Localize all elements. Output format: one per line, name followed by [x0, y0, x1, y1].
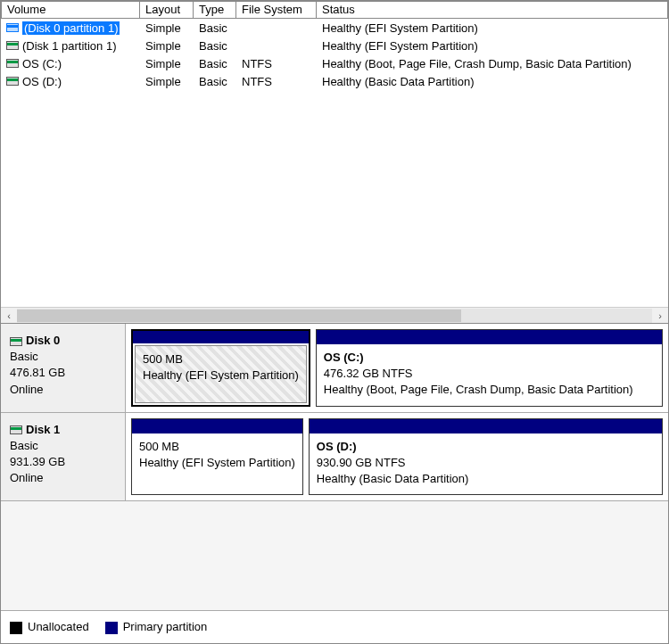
volume-status: Healthy (EFI System Partition) [317, 38, 668, 54]
volume-type: Basic [194, 74, 236, 89]
disk-state: Online [10, 382, 118, 398]
partition-stripe [132, 419, 302, 433]
disk-block: Disk 1 Basic 931.39 GB Online 500 MB Hea… [1, 413, 668, 502]
swatch-primary-icon [105, 622, 118, 634]
disk-size: 931.39 GB [10, 454, 118, 470]
swatch-unallocated-icon [10, 622, 22, 634]
scroll-left-icon[interactable]: ‹ [1, 308, 17, 324]
volume-rows: (Disk 0 partition 1) Simple Basic Health… [1, 19, 668, 307]
scroll-track[interactable] [17, 309, 652, 323]
volume-status: Healthy (Boot, Page File, Crash Dump, Ba… [317, 56, 668, 71]
disk-info[interactable]: Disk 0 Basic 476.81 GB Online [1, 324, 126, 412]
volume-layout: Simple [140, 74, 194, 89]
volume-fs [236, 27, 317, 29]
partition[interactable]: 500 MB Healthy (EFI System Partition) [131, 418, 303, 496]
volume-list-header: Volume Layout Type File System Status [1, 1, 668, 19]
volume-type: Basic [194, 38, 236, 54]
partition-size: 930.90 GB NTFS [317, 455, 655, 471]
disk-icon [6, 23, 19, 32]
partition-title: OS (C:) [324, 350, 655, 366]
partition-title: OS (D:) [317, 439, 655, 455]
scroll-thumb[interactable] [17, 310, 461, 322]
volume-name: OS (D:) [22, 75, 62, 88]
volume-row[interactable]: OS (C:) Simple Basic NTFS Healthy (Boot,… [1, 54, 668, 72]
partition-status: Healthy (Boot, Page File, Crash Dump, Ba… [324, 382, 655, 398]
volume-layout: Simple [140, 56, 194, 71]
disk-state: Online [10, 470, 118, 486]
partition-status: Healthy (EFI System Partition) [143, 367, 299, 384]
horizontal-scrollbar[interactable]: ‹ › [1, 307, 668, 323]
volume-row[interactable]: (Disk 1 partition 1) Simple Basic Health… [1, 37, 668, 54]
disk-map-spacer [1, 501, 668, 610]
volume-fs [236, 45, 317, 46]
disk-info[interactable]: Disk 1 Basic 931.39 GB Online [1, 413, 126, 501]
disk-icon [10, 337, 22, 346]
legend-primary: Primary partition [105, 620, 208, 634]
partition-status: Healthy (Basic Data Partition) [317, 471, 655, 487]
volume-row[interactable]: OS (D:) Simple Basic NTFS Healthy (Basic… [1, 72, 668, 90]
legend-unallocated: Unallocated [10, 620, 89, 634]
disk-name: Disk 0 [26, 334, 60, 347]
legend-unallocated-label: Unallocated [28, 620, 89, 633]
partition-size: 476.32 GB NTFS [324, 366, 655, 382]
legend: Unallocated Primary partition [1, 610, 668, 643]
disk-map: Disk 0 Basic 476.81 GB Online 500 MB Hea… [1, 324, 668, 643]
volume-type: Basic [194, 56, 236, 71]
disk-partitions: 500 MB Healthy (EFI System Partition) OS… [126, 324, 668, 412]
partition-status: Healthy (EFI System Partition) [139, 455, 295, 471]
volume-name: OS (C:) [22, 57, 62, 70]
volume-name: (Disk 0 partition 1) [22, 21, 120, 35]
scroll-right-icon[interactable]: › [652, 308, 668, 324]
legend-primary-label: Primary partition [123, 620, 208, 633]
column-header-layout[interactable]: Layout [140, 1, 194, 19]
disk-block: Disk 0 Basic 476.81 GB Online 500 MB Hea… [1, 324, 668, 413]
volume-type: Basic [194, 21, 236, 36]
column-header-filesystem[interactable]: File System [236, 1, 317, 19]
partition-stripe [310, 419, 662, 433]
volume-name: (Disk 1 partition 1) [22, 39, 116, 53]
disk-size: 476.81 GB [10, 365, 118, 381]
disk-name: Disk 1 [26, 423, 60, 436]
partition[interactable]: OS (D:) 930.90 GB NTFS Healthy (Basic Da… [309, 418, 663, 496]
disk-icon [6, 77, 19, 86]
volume-list: Volume Layout Type File System Status (D… [1, 1, 668, 324]
disk-partitions: 500 MB Healthy (EFI System Partition) OS… [126, 413, 668, 501]
partition[interactable]: OS (C:) 476.32 GB NTFS Healthy (Boot, Pa… [316, 329, 663, 407]
disk-type: Basic [10, 438, 118, 454]
partition-stripe [133, 331, 309, 343]
partition-size: 500 MB [139, 439, 295, 455]
partition[interactable]: 500 MB Healthy (EFI System Partition) [131, 329, 310, 407]
partition-size: 500 MB [143, 351, 299, 367]
disk-type: Basic [10, 349, 118, 365]
volume-layout: Simple [140, 38, 194, 54]
volume-fs: NTFS [236, 74, 317, 89]
volume-status: Healthy (Basic Data Partition) [317, 74, 668, 89]
disk-icon [6, 41, 19, 50]
column-header-status[interactable]: Status [317, 1, 668, 19]
volume-status: Healthy (EFI System Partition) [317, 21, 668, 36]
volume-layout: Simple [140, 21, 194, 36]
disk-icon [10, 425, 22, 434]
column-header-type[interactable]: Type [194, 1, 236, 19]
volume-fs: NTFS [236, 56, 317, 71]
partition-stripe [317, 330, 662, 344]
column-header-volume[interactable]: Volume [1, 1, 140, 19]
volume-row[interactable]: (Disk 0 partition 1) Simple Basic Health… [1, 19, 668, 37]
disk-icon [6, 59, 19, 68]
